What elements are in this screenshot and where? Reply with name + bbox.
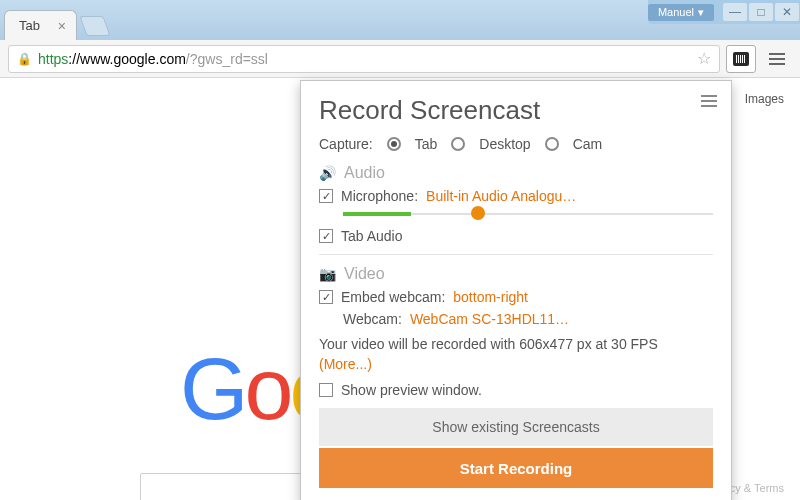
recording-info: Your video will be recorded with 606x477… xyxy=(319,335,713,374)
show-existing-button[interactable]: Show existing Screencasts xyxy=(319,408,713,446)
divider xyxy=(319,254,713,255)
speaker-icon: 🔊 xyxy=(319,165,336,181)
tab-audio-checkbox[interactable]: ✓ xyxy=(319,229,333,243)
maximize-button[interactable]: □ xyxy=(749,3,773,21)
browser-menu-button[interactable] xyxy=(762,45,792,73)
info-more-link[interactable]: (More...) xyxy=(319,356,372,372)
capture-row: Capture: Tab Desktop Cam xyxy=(319,136,713,152)
webcam-label: Webcam: xyxy=(343,311,402,327)
slider-thumb[interactable] xyxy=(471,206,485,220)
radio-cam[interactable] xyxy=(545,137,559,151)
tab-title: Tab xyxy=(19,18,40,33)
url-domain: ://www.google.com xyxy=(68,51,186,67)
webcam-row: Webcam: WebCam SC-13HDL11… xyxy=(343,311,713,327)
tab-audio-row: ✓ Tab Audio xyxy=(319,228,713,244)
bookmark-icon[interactable]: ☆ xyxy=(697,49,711,68)
window-titlebar: Manuel▾ — □ ✕ xyxy=(648,0,800,24)
embed-checkbox[interactable]: ✓ xyxy=(319,290,333,304)
toolbar: 🔒 https://www.google.com/?gws_rd=ssl ☆ xyxy=(0,40,800,78)
info-text: Your video will be recorded with 606x477… xyxy=(319,336,658,352)
mic-checkbox[interactable]: ✓ xyxy=(319,189,333,203)
capture-label: Capture: xyxy=(319,136,373,152)
mic-label: Microphone: xyxy=(341,188,418,204)
tab-audio-label: Tab Audio xyxy=(341,228,403,244)
screencast-extension-button[interactable] xyxy=(726,45,756,73)
preview-label: Show preview window. xyxy=(341,382,482,398)
new-tab-button[interactable] xyxy=(79,16,110,36)
embed-value[interactable]: bottom-right xyxy=(453,289,528,305)
capture-opt-tab: Tab xyxy=(415,136,438,152)
capture-opt-desktop: Desktop xyxy=(479,136,530,152)
microphone-row: ✓ Microphone: Built-in Audio Analogu… xyxy=(319,188,713,204)
close-tab-icon[interactable]: × xyxy=(58,18,66,34)
embed-webcam-row: ✓ Embed webcam: bottom-right xyxy=(319,289,713,305)
start-recording-button[interactable]: Start Recording xyxy=(319,448,713,488)
mic-value[interactable]: Built-in Audio Analogu… xyxy=(426,188,576,204)
url-path: /?gws_rd=ssl xyxy=(186,51,268,67)
radio-desktop[interactable] xyxy=(451,137,465,151)
slider-level xyxy=(343,212,411,216)
close-window-button[interactable]: ✕ xyxy=(775,3,799,21)
video-section-label: Video xyxy=(344,265,385,283)
mic-level-slider[interactable] xyxy=(343,210,713,218)
film-icon xyxy=(733,52,749,66)
record-screencast-popup: Record Screencast Capture: Tab Desktop C… xyxy=(300,80,732,500)
video-section-header: 📷Video xyxy=(319,265,713,283)
user-chip[interactable]: Manuel▾ xyxy=(648,4,714,21)
url-protocol: https xyxy=(38,51,68,67)
embed-label: Embed webcam: xyxy=(341,289,445,305)
minimize-button[interactable]: — xyxy=(723,3,747,21)
radio-tab[interactable] xyxy=(387,137,401,151)
browser-tab[interactable]: Tab × xyxy=(4,10,77,40)
preview-checkbox[interactable] xyxy=(319,383,333,397)
user-name: Manuel xyxy=(658,6,694,18)
audio-section-label: Audio xyxy=(344,164,385,182)
webcam-value[interactable]: WebCam SC-13HDL11… xyxy=(410,311,569,327)
camera-icon: 📷 xyxy=(319,266,336,282)
images-link[interactable]: Images xyxy=(745,92,784,106)
popup-menu-button[interactable] xyxy=(701,95,717,107)
lock-icon: 🔒 xyxy=(17,52,32,66)
dropdown-icon: ▾ xyxy=(698,6,704,19)
capture-opt-cam: Cam xyxy=(573,136,603,152)
audio-section-header: 🔊Audio xyxy=(319,164,713,182)
url-bar[interactable]: 🔒 https://www.google.com/?gws_rd=ssl ☆ xyxy=(8,45,720,73)
popup-title: Record Screencast xyxy=(319,95,713,126)
preview-row: Show preview window. xyxy=(319,382,713,398)
